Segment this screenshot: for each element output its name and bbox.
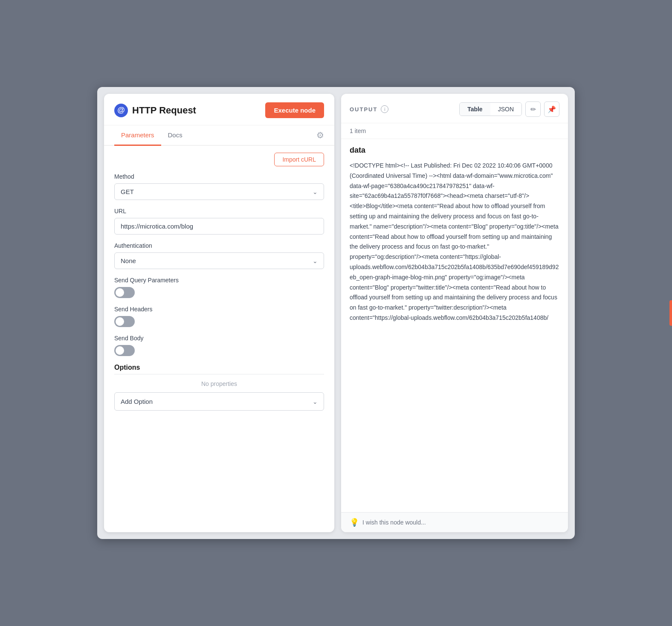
auth-value: None: [121, 257, 136, 264]
chevron-down-icon: ⌄: [313, 258, 318, 264]
send-query-label: Send Query Parameters: [114, 277, 324, 284]
url-label: URL: [114, 208, 324, 214]
left-panel: @ HTTP Request Execute node Parameters D…: [104, 94, 334, 532]
send-headers-toggle[interactable]: [114, 316, 135, 327]
tabs-row: Parameters Docs ⚙: [104, 125, 334, 146]
tab-json[interactable]: JSON: [490, 103, 521, 116]
options-section: Options No properties Add Option ⌄: [114, 364, 324, 411]
bottom-text: I wish this node would...: [362, 519, 426, 526]
edit-button[interactable]: ✏: [525, 101, 541, 117]
title-group: @ HTTP Request: [114, 104, 196, 117]
send-body-group: Send Body: [114, 335, 324, 356]
output-tab-group: Table JSON: [459, 102, 522, 116]
info-icon[interactable]: i: [381, 105, 388, 113]
right-panel: OUTPUT i Table JSON ✏ 📌: [341, 87, 575, 539]
item-count: 1 item: [341, 123, 568, 139]
tab-table[interactable]: Table: [460, 103, 490, 116]
left-header: @ HTTP Request Execute node: [104, 94, 334, 125]
auth-select[interactable]: None ⌄: [114, 252, 324, 269]
lightbulb-icon: 💡: [350, 518, 359, 527]
no-properties-text: No properties: [114, 380, 324, 387]
import-curl-row: Import cURL: [114, 153, 324, 166]
method-group: Method GET ⌄: [114, 173, 324, 200]
method-value: GET: [121, 188, 134, 195]
send-body-label: Send Body: [114, 335, 324, 342]
data-content: <!DOCTYPE html><!-- Last Published: Fri …: [350, 161, 559, 323]
chevron-down-icon: ⌄: [313, 398, 318, 405]
output-label-row: OUTPUT i: [350, 105, 388, 113]
tab-parameters[interactable]: Parameters: [114, 125, 161, 146]
node-title: HTTP Request: [132, 105, 196, 116]
options-title: Options: [114, 364, 324, 371]
url-input[interactable]: [114, 218, 324, 235]
send-headers-group: Send Headers: [114, 306, 324, 327]
method-select[interactable]: GET ⌄: [114, 183, 324, 200]
execute-button[interactable]: Execute node: [265, 102, 324, 118]
left-body: Import cURL Method GET ⌄ URL Authenticat…: [104, 146, 334, 532]
tabs: Parameters Docs: [114, 125, 189, 145]
send-headers-label: Send Headers: [114, 306, 324, 313]
output-section: OUTPUT i Table JSON ✏ 📌: [341, 94, 568, 532]
url-group: URL: [114, 208, 324, 235]
data-header: data: [350, 146, 559, 155]
add-option-label: Add Option: [121, 398, 153, 405]
gear-icon[interactable]: ⚙: [316, 130, 324, 140]
data-section: data <!DOCTYPE html><!-- Last Published:…: [341, 139, 568, 512]
method-label: Method: [114, 173, 324, 180]
tab-docs[interactable]: Docs: [161, 125, 189, 146]
send-query-group: Send Query Parameters: [114, 277, 324, 298]
add-option-button[interactable]: Add Option ⌄: [114, 392, 324, 411]
divider: [114, 374, 324, 374]
output-label: OUTPUT: [350, 106, 377, 113]
auth-group: Authentication None ⌄: [114, 242, 324, 269]
send-body-toggle[interactable]: [114, 345, 135, 356]
output-controls: Table JSON ✏ 📌: [459, 101, 559, 117]
chevron-down-icon: ⌄: [313, 188, 318, 195]
pin-button[interactable]: 📌: [544, 101, 559, 117]
bottom-bar: 💡 I wish this node would...: [341, 512, 568, 532]
send-query-toggle[interactable]: [114, 287, 135, 298]
auth-label: Authentication: [114, 242, 324, 249]
at-icon: @: [114, 104, 128, 117]
output-header: OUTPUT i Table JSON ✏ 📌: [341, 94, 568, 123]
import-curl-button[interactable]: Import cURL: [274, 153, 324, 166]
